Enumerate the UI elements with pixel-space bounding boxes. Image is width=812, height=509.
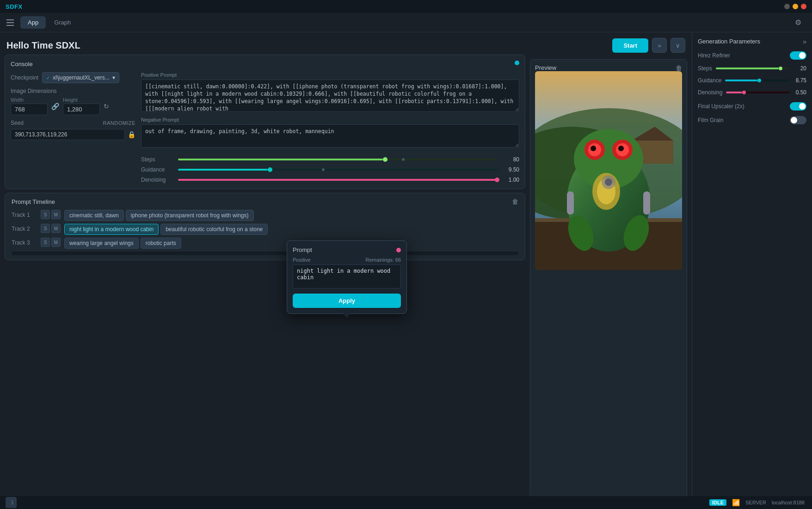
left-content: Console Checkpoint ✓ xl\juggernautXL_ver… <box>0 55 530 509</box>
page-title: Hello Time SDXL <box>6 40 80 51</box>
track-3-s-button[interactable]: S <box>41 238 50 247</box>
seed-input[interactable] <box>11 129 125 140</box>
gen-steps-thumb[interactable] <box>779 67 782 70</box>
preview-image <box>535 71 682 270</box>
gen-steps-label: Steps <box>698 65 712 72</box>
final-upscaler-toggle[interactable] <box>790 102 806 110</box>
gen-guidance-slider <box>725 80 790 81</box>
randomize-button[interactable]: RANDOMIZE <box>103 120 136 126</box>
checkpoint-row: Checkpoint ✓ xl\juggernautXL_vers... ▾ <box>11 72 135 83</box>
gen-guidance-value: 8.75 <box>794 77 806 84</box>
moon-button[interactable]: ☽ <box>6 497 17 508</box>
gen-denoising-slider <box>726 92 790 93</box>
window-minimize[interactable] <box>784 4 790 9</box>
nav-bar: App Graph ⚙ <box>0 13 812 32</box>
steps-slider-thumb[interactable] <box>383 157 388 162</box>
window-maximize[interactable] <box>793 4 798 9</box>
positive-prompt-input[interactable]: [[cinematic still, dawn:0.00000]:0.422],… <box>141 80 519 112</box>
track-1-buttons: S M <box>41 210 61 219</box>
track-2-clips: night light in a modern wood cabin beaut… <box>64 224 518 235</box>
height-input[interactable] <box>63 104 100 115</box>
steps-value: 80 <box>503 156 519 163</box>
guidance-label: Guidance <box>141 166 173 173</box>
track-2-clip-2[interactable]: beautiful robotic colorful frog on a sto… <box>160 224 268 235</box>
track-2-buttons: S M <box>41 224 61 233</box>
guidance-slider-thumb[interactable] <box>268 167 272 172</box>
page-header: Hello Time SDXL Start » ∨ <box>0 32 692 55</box>
svg-point-14 <box>618 146 624 151</box>
gen-denoising-thumb[interactable] <box>742 91 746 94</box>
preview-trash-icon[interactable]: 🗑 <box>676 64 682 72</box>
steps-label: Steps <box>141 156 173 163</box>
checkpoint-select[interactable]: ✓ xl\juggernautXL_vers... ▾ <box>42 72 119 83</box>
track-3-clip-2[interactable]: robotic parts <box>141 238 181 249</box>
gen-params-title: Generation Parameters <box>698 38 806 45</box>
track-2-m-button[interactable]: M <box>51 224 61 233</box>
track-1-clip-1[interactable]: cinematic still, dawn <box>64 210 124 221</box>
popup-header: Prompt <box>293 246 401 253</box>
refresh-icon[interactable]: ↻ <box>104 103 109 110</box>
negative-prompt-input[interactable]: out of frame, drawing, painting, 3d, whi… <box>141 124 519 147</box>
denoising-slider-thumb[interactable] <box>495 178 499 182</box>
popup-positive-label: Positive <box>293 257 311 263</box>
track-2-clip-1[interactable]: night light in a modern wood cabin <box>64 224 159 235</box>
width-group: Width <box>11 97 48 115</box>
track-1-m-button[interactable]: M <box>51 210 61 219</box>
image-dimensions: Image Dimensions Width 🔗 Height <box>11 88 135 115</box>
gen-guidance-track[interactable] <box>725 80 790 81</box>
denoising-label: Denoising <box>141 177 173 183</box>
console-title: Console <box>11 61 519 67</box>
nav-tabs: App Graph <box>20 16 78 29</box>
timeline-scrollbar[interactable] <box>12 251 518 255</box>
checkpoint-value: xl\juggernautXL_vers... <box>53 74 110 81</box>
gen-steps-track[interactable] <box>716 67 790 69</box>
width-input[interactable] <box>11 104 48 115</box>
popup-text-input[interactable]: night light in a modern wood cabin <box>293 264 401 288</box>
lock-icon[interactable]: 🔒 <box>128 131 135 138</box>
gen-guidance-thumb[interactable] <box>757 79 761 82</box>
steps-slider-fill <box>178 159 383 160</box>
console-left-column: Checkpoint ✓ xl\juggernautXL_vers... ▾ I… <box>11 72 135 183</box>
track-2-s-button[interactable]: S <box>41 224 50 233</box>
track-2: Track 2 S M night light in a modern wood… <box>12 224 518 235</box>
checkpoint-label: Checkpoint <box>11 74 38 81</box>
gen-params-expand-icon[interactable]: » <box>803 38 806 45</box>
track-3: Track 3 S M wearing large angel wings ro… <box>12 238 518 249</box>
title-bar: SDFX <box>0 0 812 13</box>
steps-slider-dot <box>402 158 405 161</box>
gen-denoising-track[interactable] <box>726 92 790 93</box>
steps-slider-track[interactable] <box>178 159 498 160</box>
console-section: Console Checkpoint ✓ xl\juggernautXL_ver… <box>5 55 525 189</box>
hamburger-menu[interactable] <box>4 16 17 29</box>
height-group: Height <box>63 97 100 115</box>
gen-steps-row: Steps 20 <box>698 65 806 72</box>
popup-close-button[interactable] <box>396 248 401 252</box>
seed-label: Seed <box>11 120 24 126</box>
settings-gear-icon[interactable]: ⚙ <box>792 16 805 29</box>
film-grain-toggle[interactable] <box>790 116 806 124</box>
negative-prompt-label: Negative Prompt <box>141 117 519 123</box>
denoising-slider-track[interactable] <box>178 179 498 181</box>
track-3-buttons: S M <box>41 238 61 247</box>
popup-apply-button[interactable]: Apply <box>293 294 401 308</box>
window-close[interactable] <box>801 4 806 9</box>
track-1-s-button[interactable]: S <box>41 210 50 219</box>
prompt-popup: Prompt Positive Remainings: 66 night lig… <box>287 240 407 314</box>
expand-button[interactable]: » <box>652 38 667 53</box>
hirez-refiner-toggle[interactable] <box>790 51 806 60</box>
guidance-slider-track[interactable] <box>178 169 498 171</box>
image-dimensions-title: Image Dimensions <box>11 88 135 94</box>
track-3-clip-1[interactable]: wearing large angel wings <box>64 238 139 249</box>
gen-steps-fill <box>716 67 779 69</box>
collapse-button[interactable]: ∨ <box>671 38 685 53</box>
nav-tab-app[interactable]: App <box>20 16 46 29</box>
track-3-m-button[interactable]: M <box>51 238 61 247</box>
server-label: SERVER <box>745 500 766 505</box>
final-upscaler-knob <box>799 103 806 110</box>
timeline-trash-icon[interactable]: 🗑 <box>512 198 518 205</box>
gen-steps-value: 20 <box>794 65 806 72</box>
track-1-clip-2[interactable]: iphone photo (transparent robot frog wit… <box>126 210 254 221</box>
nav-tab-graph[interactable]: Graph <box>47 16 78 29</box>
track-1-label: Track 1 <box>12 210 37 218</box>
start-button[interactable]: Start <box>612 38 648 53</box>
